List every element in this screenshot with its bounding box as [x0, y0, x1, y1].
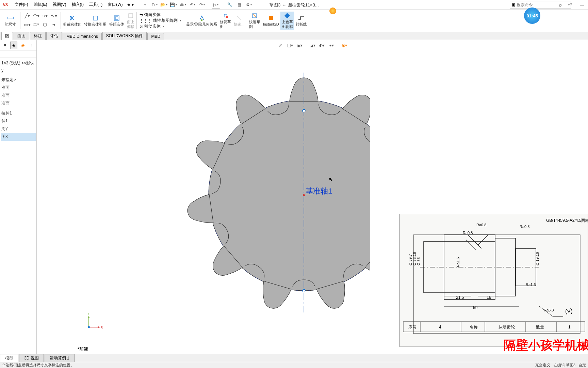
- face-offset-button: 面上 偏移: [126, 12, 136, 29]
- smart-dimension-button[interactable]: 能尺寸: [3, 14, 17, 27]
- svg-point-8: [226, 16, 228, 18]
- relations-button[interactable]: 显示/删除几何关系: [185, 14, 218, 27]
- reference-drawing: GB/T4459.5-A2/4.5两端 Ra0.8 Ra0.8 Ra0.8 Ra…: [399, 214, 588, 347]
- instant2d-button[interactable]: Instant2D: [262, 14, 280, 27]
- btab-3dview[interactable]: 3D 视图: [19, 354, 44, 362]
- user-icon[interactable]: ⊘: [556, 1, 564, 9]
- panel-tab-more[interactable]: ›: [28, 42, 35, 49]
- svg-text:59: 59: [473, 305, 478, 310]
- tab-sketch[interactable]: 图: [1, 32, 13, 40]
- tree-root[interactable]: 1×3 (默认) <<默认: [1, 59, 36, 67]
- redo-icon[interactable]: ↷▾: [198, 1, 206, 9]
- line-tool[interactable]: ╱▾: [23, 12, 31, 19]
- menu-insert[interactable]: 插入(I): [69, 2, 86, 7]
- repair-button[interactable]: 修复草 图: [218, 12, 232, 29]
- settings-icon[interactable]: ⚙▾: [245, 1, 253, 9]
- convert-button[interactable]: 转换实体引用: [83, 14, 108, 27]
- section-icon[interactable]: ◪▾: [309, 42, 316, 49]
- status-hint: 个边线/顶点后再选择尺寸文字标注的位置。: [2, 363, 74, 368]
- svg-text:Ø 39.7: Ø 39.7: [408, 254, 412, 265]
- tab-mbd[interactable]: MBD: [147, 33, 164, 40]
- jog-button[interactable]: 转折线: [294, 14, 308, 27]
- svg-text:16: 16: [487, 295, 491, 300]
- mirror-button[interactable]: ⇆镜向实体: [140, 12, 161, 18]
- panel-tab-tree[interactable]: ≡: [1, 42, 8, 49]
- search-icon: ▣: [511, 2, 515, 7]
- svg-text:21.5: 21.5: [456, 295, 464, 300]
- help-icon[interactable]: ?: [567, 1, 575, 9]
- view-orientation-label: *前视: [78, 346, 88, 352]
- viewport[interactable]: ⤢ ◫▾ ▣▾ ◪▾ ◐▾ ●▾ ◉▾: [37, 40, 588, 354]
- offset-button[interactable]: 等距实体: [108, 14, 126, 27]
- svg-text:Ra0.8: Ra0.8: [520, 225, 529, 229]
- svg-rect-5: [129, 14, 133, 18]
- polygon-tool[interactable]: ⬡: [41, 21, 49, 28]
- move-button[interactable]: ⤭移动实体▾: [140, 24, 164, 29]
- svg-text:GB/T4459.5-A2/4.5两端: GB/T4459.5-A2/4.5两端: [546, 218, 588, 223]
- print-icon[interactable]: 🖶▾: [179, 1, 187, 9]
- svg-rect-6: [201, 19, 202, 21]
- watermark-text: 隔壁小孩学机械: [504, 337, 588, 354]
- pattern-button[interactable]: ⋮⋮⋮线性草图阵列▾: [140, 18, 181, 24]
- tree-item[interactable]: 准面: [1, 99, 36, 107]
- svg-point-16: [303, 194, 305, 196]
- tab-mbd-dim[interactable]: MBD Dimensions: [63, 33, 102, 40]
- axis-label: 基准轴1: [306, 186, 332, 196]
- trim-button[interactable]: 剪裁实体(I): [62, 14, 83, 27]
- svg-point-14: [303, 109, 305, 112]
- tree-item[interactable]: 周)1: [1, 125, 36, 133]
- document-title: 草图3 ← 圆柱齿轮11×3...: [269, 2, 319, 8]
- appearance-icon[interactable]: ◉▾: [341, 42, 348, 49]
- menu-tools[interactable]: 工具(T): [86, 2, 105, 7]
- tree-item[interactable]: 准面: [1, 92, 36, 99]
- menu-file[interactable]: 文件(F): [12, 2, 31, 7]
- rect-tool[interactable]: ▭▾: [23, 21, 31, 28]
- arc-tool[interactable]: ◠▾: [32, 12, 40, 19]
- open-icon[interactable]: 📂▾: [160, 1, 168, 9]
- panel-tab-props[interactable]: ◈: [10, 42, 17, 49]
- btab-model[interactable]: 模型: [0, 354, 18, 362]
- spline-tool[interactable]: ∿▾: [50, 12, 58, 19]
- save-icon[interactable]: 💾▾: [169, 1, 178, 9]
- status-editing: 在编辑 草图3: [554, 363, 575, 367]
- tree-item[interactable]: 准面: [1, 84, 36, 92]
- render-icon[interactable]: ●▾: [328, 42, 335, 49]
- scene-icon[interactable]: ◐▾: [318, 42, 326, 49]
- slot-tool[interactable]: ⬭▾: [32, 21, 40, 28]
- tree-item[interactable]: 未指定>: [1, 76, 36, 84]
- tree-item-sketch3[interactable]: 图3: [1, 133, 36, 141]
- select-icon[interactable]: ▷▾: [212, 1, 220, 9]
- tree-item[interactable]: 拉伸1: [1, 109, 36, 117]
- new-icon[interactable]: 🗋▾: [150, 1, 159, 9]
- svg-text:1: 1: [568, 325, 571, 329]
- rapid-sketch-button[interactable]: 快速草 图: [248, 12, 262, 29]
- home-icon[interactable]: ⌂: [141, 1, 149, 9]
- view-orient-icon[interactable]: ◫▾: [286, 42, 294, 49]
- tab-annotate[interactable]: 标注: [30, 32, 46, 40]
- menu-window[interactable]: 窗口(W): [105, 2, 125, 7]
- app-logo: KS: [3, 3, 8, 7]
- shaded-sketch-button[interactable]: 上色草 图轮廓: [280, 12, 294, 29]
- circle-tool[interactable]: ○▾: [41, 12, 49, 19]
- svg-marker-18: [98, 326, 100, 328]
- undo-icon[interactable]: ↶▾: [189, 1, 197, 9]
- svg-text:Ra0.8: Ra0.8: [476, 223, 486, 227]
- display-style-icon[interactable]: ▣▾: [296, 42, 303, 49]
- options-icon[interactable]: ▦: [235, 1, 244, 9]
- tree-item[interactable]: 伸1: [1, 117, 36, 125]
- tree-item[interactable]: y: [1, 67, 36, 74]
- svg-text:Ra1.6: Ra1.6: [526, 282, 536, 287]
- zoom-fit-icon[interactable]: ⤢: [277, 42, 284, 49]
- rebuild-icon[interactable]: 🔧: [226, 1, 234, 9]
- svg-text:Y: Y: [87, 313, 89, 316]
- tab-addins[interactable]: SOLIDWORKS 插件: [102, 32, 147, 40]
- btab-motion[interactable]: 运动算例 1: [45, 354, 75, 362]
- svg-text:数量: 数量: [536, 325, 544, 329]
- minimize-icon[interactable]: —: [578, 1, 586, 9]
- point-tool[interactable]: ·▾: [50, 21, 58, 28]
- panel-tab-config[interactable]: ◉: [19, 42, 26, 49]
- menu-edit[interactable]: 编辑(E): [31, 2, 50, 7]
- menu-view[interactable]: 视图(V): [50, 2, 69, 7]
- tab-evaluate[interactable]: 评估: [46, 32, 62, 40]
- tab-surface[interactable]: 曲面: [14, 32, 29, 40]
